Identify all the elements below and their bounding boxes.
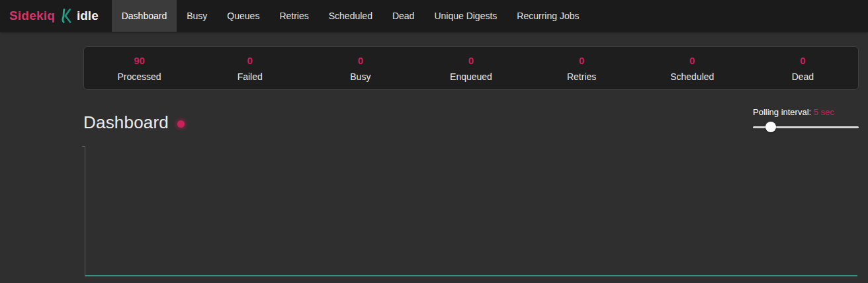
nav-tab-scheduled[interactable]: Scheduled	[319, 0, 382, 32]
stat-label: Retries	[527, 71, 637, 82]
stat-value: 0	[527, 56, 637, 66]
stat-retries[interactable]: 0Retries	[527, 47, 637, 89]
stat-failed[interactable]: 0Failed	[195, 47, 305, 89]
brand-name: Sidekiq	[9, 9, 55, 23]
stat-label: Enqueued	[415, 71, 526, 82]
nav-tab-busy[interactable]: Busy	[177, 0, 217, 32]
polling-value: 5 sec	[814, 107, 834, 117]
brand[interactable]: Sidekiq idle	[0, 0, 105, 32]
nav-tabs: DashboardBusyQueuesRetriesScheduledDeadU…	[112, 0, 589, 32]
stat-label: Dead	[748, 71, 858, 82]
stat-label: Scheduled	[637, 71, 748, 82]
nav-tab-queues[interactable]: Queues	[217, 0, 269, 32]
stat-busy[interactable]: 0Busy	[305, 47, 415, 89]
polling-control: Polling interval: 5 sec	[753, 107, 859, 132]
stat-value: 0	[415, 56, 526, 66]
stat-enqueued[interactable]: 0Enqueued	[415, 47, 526, 89]
stat-value: 0	[748, 56, 858, 66]
live-beacon-icon	[177, 120, 185, 128]
polling-interval-slider[interactable]	[753, 122, 859, 132]
stat-value: 0	[637, 56, 748, 66]
nav-tab-dashboard[interactable]: Dashboard	[112, 0, 177, 32]
stat-label: Busy	[305, 71, 415, 82]
nav-tab-recurring-jobs[interactable]: Recurring Jobs	[507, 0, 589, 32]
page-header: Dashboard	[83, 112, 185, 133]
stat-value: 0	[195, 56, 305, 66]
nav-tab-dead[interactable]: Dead	[382, 0, 424, 32]
stat-label: Processed	[84, 71, 195, 82]
stat-value: 90	[84, 56, 195, 66]
nav-tab-retries[interactable]: Retries	[269, 0, 318, 32]
stat-scheduled[interactable]: 0Scheduled	[637, 47, 748, 89]
stat-processed[interactable]: 90Processed	[84, 47, 195, 89]
polling-label: Polling interval: 5 sec	[753, 107, 859, 117]
y-axis-top-tick	[82, 146, 85, 147]
nav-tab-unique-digests[interactable]: Unique Digests	[424, 0, 507, 32]
top-navbar: Sidekiq idle DashboardBusyQueuesRetriesS…	[0, 0, 868, 32]
polling-label-text: Polling interval:	[753, 107, 811, 117]
page-title: Dashboard	[83, 112, 169, 133]
status-text: idle	[77, 9, 99, 23]
stat-dead[interactable]: 0Dead	[748, 47, 858, 89]
slider-thumb[interactable]	[765, 122, 776, 132]
stat-label: Failed	[195, 71, 305, 82]
stat-value: 0	[305, 56, 415, 66]
sidekiq-gem-icon	[61, 9, 72, 23]
realtime-chart	[85, 147, 857, 276]
summary-stats-panel: 90Processed0Failed0Busy0Enqueued0Retries…	[83, 46, 859, 90]
